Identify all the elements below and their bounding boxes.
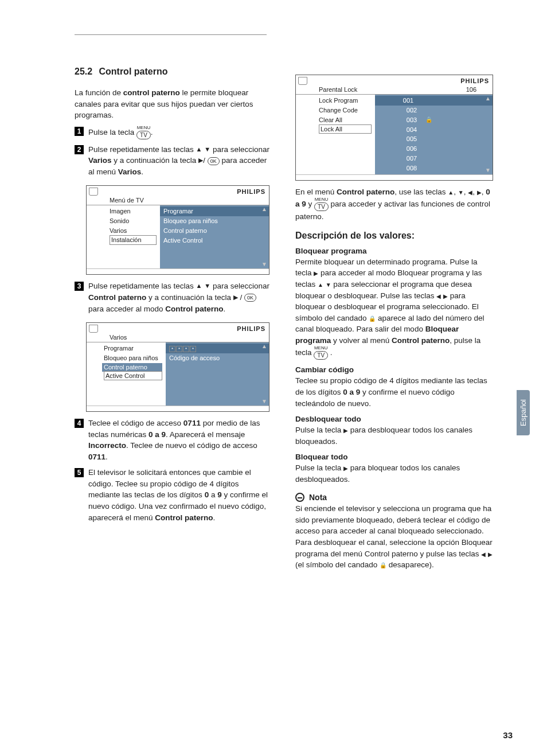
- channel-row-locked: 003🔒: [378, 115, 489, 125]
- text-bold: Control paterno: [165, 305, 223, 313]
- channel-number: 008: [400, 164, 423, 173]
- text: . Teclee de nuevo el código de acceso: [126, 441, 257, 450]
- desbloquear-todo-paragraph: Pulse la tecla ▶ para desbloquear todos …: [295, 424, 493, 447]
- up-arrow-icon: ▲: [196, 283, 202, 290]
- text: .: [213, 513, 216, 522]
- subheading-bloquear-todo: Bloquear todo: [295, 453, 493, 461]
- channel-number: 004: [400, 126, 423, 134]
- lock-icon: 🔒: [380, 562, 386, 568]
- scroll-up-icon: ▲: [261, 206, 268, 213]
- code-cells: ****: [169, 346, 196, 352]
- list-item: Control paterno: [163, 226, 265, 236]
- step-number: 5: [75, 468, 84, 477]
- section-title: Control paterno: [99, 67, 167, 76]
- text: Pulse repetidamente las teclas: [88, 282, 196, 290]
- tv-icon: [89, 188, 98, 196]
- scroll-down-icon: ▼: [261, 261, 268, 268]
- section-heading: 25.2 Control paterno: [75, 67, 269, 77]
- scroll-up-icon: ▲: [261, 343, 268, 350]
- list-item-selected: Control paterno: [102, 363, 162, 372]
- step-2: 2 Pulse repetidamente las teclas ▲ ▼ par…: [75, 144, 269, 178]
- osd-right-list: ▲ **** Código de acceso ▼: [166, 342, 269, 406]
- step-number: 4: [75, 419, 84, 428]
- list-item: Varios: [110, 226, 157, 236]
- tv-icon: [89, 325, 98, 333]
- step-1: 1 Pulse la tecla MENU TV .: [75, 126, 269, 139]
- text: .: [106, 453, 108, 461]
- list-item: Programar: [104, 344, 162, 353]
- up-arrow-icon: ▲: [448, 189, 454, 196]
- text: .: [224, 305, 226, 313]
- down-arrow-icon: ▼: [204, 146, 210, 153]
- text-bold: 0711: [183, 419, 201, 427]
- channel-row-highlighted: 001: [375, 96, 493, 106]
- menu-tv-button-icon: MENUTV: [314, 346, 328, 360]
- page: 25.2 Control paterno La función de contr…: [0, 0, 547, 756]
- text: Pulse la tecla: [88, 127, 136, 136]
- up-arrow-icon: ▲: [318, 282, 323, 288]
- text: y volver al menú: [331, 336, 392, 345]
- osd-footer: [87, 406, 269, 411]
- osd-right-list: ▲ Programar Bloqueo para niños Control p…: [160, 205, 269, 268]
- note-icon: [295, 493, 304, 502]
- text: (el símbolo del candado: [295, 560, 380, 569]
- osd-menu-tv: PHILIPS Menú de TV Imagen Sonido Varios …: [86, 185, 269, 275]
- list-item: Lock Program: [319, 96, 372, 106]
- osd-titlebar: PHILIPS: [87, 323, 269, 334]
- channel-number: 001: [397, 96, 420, 105]
- step-body: El televisor le solicitará entonces que …: [88, 467, 269, 523]
- tv-button: TV: [314, 202, 329, 211]
- list-item-boxed: Active Control: [104, 371, 162, 381]
- list-item: Sonido: [110, 216, 157, 226]
- ok-button-icon: 0K: [208, 157, 220, 165]
- brand-label: PHILIPS: [237, 325, 265, 332]
- text-bold: 9: [217, 490, 222, 499]
- osd-subtitle: Parental Lock 106: [296, 86, 493, 95]
- text: Pulse repetidamente las teclas: [88, 145, 196, 154]
- lock-cell: [423, 106, 435, 115]
- lock-cell: [423, 126, 435, 134]
- right-column: PHILIPS Parental Lock 106 Lock Program C…: [295, 67, 493, 575]
- step-number: 2: [75, 145, 84, 154]
- text: desaparece).: [386, 560, 434, 569]
- note-paragraph: Si enciende el televisor y selecciona un…: [295, 503, 493, 570]
- step-number: 3: [75, 282, 84, 291]
- text-bold: Incorrecto: [88, 441, 126, 450]
- brand-label: PHILIPS: [460, 77, 489, 84]
- osd-subtitle: Varios: [87, 334, 269, 342]
- tv-icon: [298, 77, 307, 85]
- list-item-boxed: Instalación: [110, 235, 157, 245]
- text-bold: Control paterno: [88, 293, 146, 302]
- note-label: Nota: [309, 493, 327, 502]
- text: En el menú: [295, 188, 337, 196]
- label: MENU: [314, 346, 328, 350]
- text: Si enciende el televisor y selecciona un…: [295, 504, 493, 558]
- text-bold: 0 a 9: [149, 430, 166, 439]
- step-body: Pulse repetidamente las teclas ▲ ▼ para …: [88, 280, 269, 314]
- section-number: 25.2: [75, 67, 96, 77]
- osd-titlebar: PHILIPS: [296, 75, 493, 86]
- channel-row: 004: [378, 125, 489, 135]
- subheading-bloquear-programa: Bloquear programa: [295, 247, 493, 255]
- channel-row: 005: [378, 134, 489, 144]
- step-body: Pulse la tecla MENU TV .: [88, 126, 269, 139]
- right-arrow-icon: ▶: [233, 294, 238, 301]
- label: MENU: [136, 126, 151, 130]
- right-arrow-icon: ▶: [477, 189, 482, 196]
- ok-button-icon: 0K: [244, 294, 256, 302]
- lock-icon: 🔒: [423, 116, 435, 124]
- list-item: Change Code: [319, 106, 372, 115]
- step-5: 5 El televisor le solicitará entonces qu…: [75, 467, 269, 523]
- text: , use las teclas: [394, 188, 448, 196]
- channel-number: 003: [400, 116, 423, 124]
- text: y: [306, 200, 314, 208]
- left-arrow-icon: ◀: [468, 189, 472, 196]
- right-arrow-icon: ▶: [343, 465, 348, 471]
- osd-body: Imagen Sonido Varios Instalación ▲ Progr…: [87, 205, 269, 268]
- left-column: 25.2 Control paterno La función de contr…: [75, 67, 269, 575]
- scroll-down-icon: ▼: [485, 167, 491, 174]
- osd-footer: [87, 268, 269, 274]
- osd-varios: PHILIPS Varios Programar Bloqueo para ni…: [86, 322, 269, 412]
- text: para seleccionar: [213, 145, 269, 154]
- osd-right-list: ▲ 001 002 003🔒 004 005 006 007 008 ▼: [375, 95, 493, 174]
